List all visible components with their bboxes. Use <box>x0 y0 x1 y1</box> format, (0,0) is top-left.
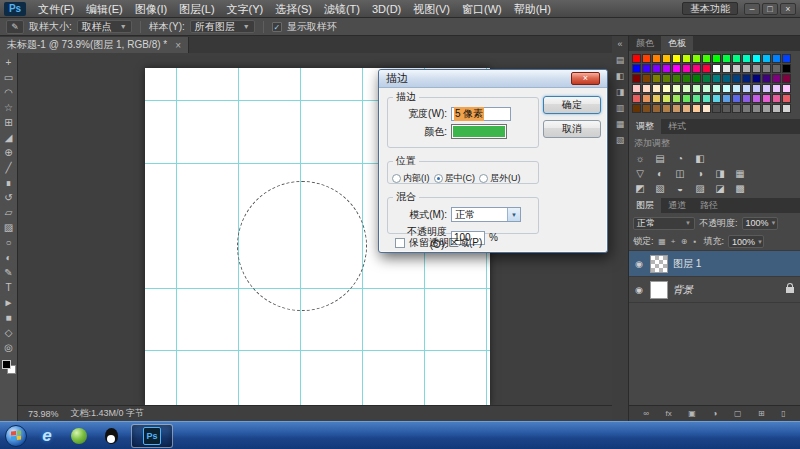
color-swatch[interactable] <box>702 94 711 103</box>
internet-explorer-icon[interactable]: e <box>35 424 59 448</box>
color-swatch[interactable] <box>762 104 771 113</box>
color-swatch[interactable] <box>672 64 681 73</box>
color-swatch[interactable] <box>652 84 661 93</box>
color-swatch[interactable] <box>662 54 671 63</box>
stroke-color-swatch[interactable] <box>451 124 507 139</box>
foreground-background-colors[interactable] <box>2 360 16 374</box>
color-swatch[interactable] <box>782 84 791 93</box>
brush-tool[interactable]: ╱ <box>1 160 17 175</box>
color-swatch[interactable] <box>762 94 771 103</box>
adjustment-icon[interactable]: ▤ <box>653 152 667 165</box>
color-swatch[interactable] <box>652 74 661 83</box>
magic-wand-tool[interactable]: ☆ <box>1 100 17 115</box>
color-swatch[interactable] <box>752 74 761 83</box>
zoom-tool[interactable]: ◎ <box>1 340 17 355</box>
adjustment-icon[interactable]: ◐ <box>653 167 667 180</box>
color-swatch[interactable] <box>632 94 641 103</box>
color-swatch[interactable] <box>682 104 691 113</box>
color-swatch[interactable] <box>672 104 681 113</box>
color-swatch[interactable] <box>672 54 681 63</box>
color-swatch[interactable] <box>642 84 651 93</box>
gradient-tool[interactable]: ▨ <box>1 220 17 235</box>
color-swatch[interactable] <box>692 84 701 93</box>
color-swatch[interactable] <box>662 74 671 83</box>
ok-button[interactable]: 确定 <box>543 96 601 114</box>
panel-tab[interactable]: 通道 <box>661 198 693 213</box>
layer-row[interactable]: ◉背景 <box>629 277 800 303</box>
healing-brush-tool[interactable]: ⊕ <box>1 145 17 160</box>
menu-item[interactable]: 选择(S) <box>269 0 318 18</box>
color-swatch[interactable] <box>742 74 751 83</box>
dialog-close-button[interactable]: × <box>571 72 600 85</box>
color-swatch[interactable] <box>712 84 721 93</box>
color-swatch[interactable] <box>692 94 701 103</box>
color-swatch[interactable] <box>642 104 651 113</box>
panel-tab[interactable]: 颜色 <box>629 36 661 51</box>
start-button[interactable] <box>5 425 27 447</box>
color-swatch[interactable] <box>662 84 671 93</box>
sample-size-dropdown[interactable]: 取样点 ▼ <box>77 20 132 33</box>
color-swatch[interactable] <box>692 54 701 63</box>
color-swatch[interactable] <box>652 54 661 63</box>
cancel-button[interactable]: 取消 <box>543 120 601 138</box>
blend-mode-dropdown[interactable]: 正常 ▼ <box>633 217 695 230</box>
color-swatch[interactable] <box>712 54 721 63</box>
adjustment-icon[interactable]: ▧ <box>653 182 667 195</box>
adjustment-icon[interactable]: ◪ <box>713 182 727 195</box>
history-panel-icon[interactable]: ▤ <box>616 56 625 65</box>
color-swatch[interactable] <box>772 64 781 73</box>
color-swatch[interactable] <box>662 104 671 113</box>
delete-layer-icon[interactable]: ▯ <box>781 410 785 418</box>
menu-item[interactable]: 图像(I) <box>129 0 173 18</box>
color-swatch[interactable] <box>702 104 711 113</box>
color-swatch[interactable] <box>712 94 721 103</box>
lock-icon[interactable]: ▦ <box>658 237 667 246</box>
color-swatch[interactable] <box>722 74 731 83</box>
hand-tool[interactable]: ◇ <box>1 325 17 340</box>
radio-icon[interactable] <box>479 174 488 183</box>
preserve-transparency-checkbox[interactable]: 保留透明区域(P) <box>395 236 482 250</box>
color-swatch[interactable] <box>782 54 791 63</box>
guide[interactable] <box>145 350 490 351</box>
adjustment-icon[interactable]: ◨ <box>713 167 727 180</box>
layer-mask-icon[interactable]: ▣ <box>688 410 696 418</box>
panel-tab[interactable]: 样式 <box>661 119 693 134</box>
color-swatch[interactable] <box>762 74 771 83</box>
color-swatch[interactable] <box>642 64 651 73</box>
eyedropper-tool[interactable]: ◢ <box>1 130 17 145</box>
dialog-titlebar[interactable]: 描边 × <box>379 70 607 88</box>
color-swatch[interactable] <box>682 64 691 73</box>
pen-tool[interactable]: ✎ <box>1 265 17 280</box>
fill-dropdown[interactable]: 100% ▼ <box>728 235 764 248</box>
color-swatch[interactable] <box>732 84 741 93</box>
lock-icon[interactable]: ⊕ <box>680 237 689 246</box>
color-swatch[interactable] <box>722 104 731 113</box>
width-input[interactable]: 5 像素 <box>451 107 511 121</box>
eraser-tool[interactable]: ▱ <box>1 205 17 220</box>
close-button[interactable]: × <box>780 3 796 15</box>
mode-dropdown[interactable]: 正常 ▼ <box>451 207 521 222</box>
color-swatch[interactable] <box>632 74 641 83</box>
color-swatch[interactable] <box>712 74 721 83</box>
color-swatch[interactable] <box>682 84 691 93</box>
color-swatch[interactable] <box>702 64 711 73</box>
sample-layers-dropdown[interactable]: 所有图层 ▼ <box>190 20 255 33</box>
color-swatch[interactable] <box>682 74 691 83</box>
color-swatch[interactable] <box>692 64 701 73</box>
adjustment-icon[interactable]: ☼ <box>633 152 647 165</box>
color-swatch[interactable] <box>682 94 691 103</box>
color-swatch[interactable] <box>752 104 761 113</box>
color-swatch[interactable] <box>632 64 641 73</box>
properties-panel-icon[interactable]: ◧ <box>616 72 625 81</box>
color-swatch[interactable] <box>652 104 661 113</box>
color-swatch[interactable] <box>782 94 791 103</box>
marquee-tool[interactable]: ▭ <box>1 70 17 85</box>
panel-tab[interactable]: 路径 <box>693 198 725 213</box>
color-swatch[interactable] <box>742 94 751 103</box>
path-selection-tool[interactable]: ► <box>1 295 17 310</box>
color-swatch[interactable] <box>632 104 641 113</box>
menu-item[interactable]: 窗口(W) <box>456 0 508 18</box>
layer-style-icon[interactable]: fx <box>666 410 672 418</box>
menu-item[interactable]: 帮助(H) <box>508 0 557 18</box>
color-swatch[interactable] <box>642 74 651 83</box>
